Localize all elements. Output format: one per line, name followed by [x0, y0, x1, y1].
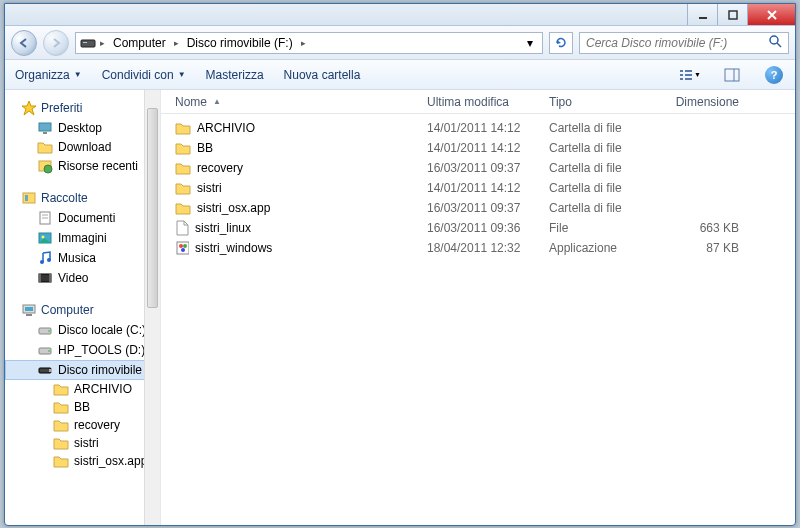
- sidebar-item[interactable]: Documenti: [5, 208, 160, 228]
- file-type: Cartella di file: [543, 161, 659, 175]
- file-row[interactable]: ARCHIVIO14/01/2011 14:12Cartella di file: [161, 118, 795, 138]
- svg-point-40: [179, 244, 183, 248]
- search-box[interactable]: [579, 32, 789, 54]
- maximize-button[interactable]: [717, 4, 747, 25]
- sidebar-subitem[interactable]: recovery: [5, 416, 160, 434]
- sidebar-item-label: Musica: [58, 251, 96, 265]
- svg-rect-28: [39, 274, 41, 282]
- sidebar-subitem[interactable]: ARCHIVIO: [5, 380, 160, 398]
- new-folder-label: Nuova cartella: [284, 68, 361, 82]
- address-dropdown-icon[interactable]: ▾: [522, 36, 538, 50]
- file-date: 14/01/2011 14:12: [421, 141, 543, 155]
- forward-button[interactable]: [43, 30, 69, 56]
- svg-point-26: [47, 258, 51, 262]
- sidebar-item[interactable]: HP_TOOLS (D:): [5, 340, 160, 360]
- drive-icon: [80, 35, 96, 51]
- share-menu[interactable]: Condividi con▼: [102, 68, 186, 82]
- file-type: Cartella di file: [543, 141, 659, 155]
- sidebar-item-label: ARCHIVIO: [74, 382, 132, 396]
- file-date: 18/04/2011 12:32: [421, 241, 543, 255]
- sidebar-item[interactable]: Risorse recenti: [5, 156, 160, 176]
- column-size[interactable]: Dimensione: [659, 95, 745, 109]
- file-name: BB: [197, 141, 213, 155]
- search-input[interactable]: [586, 36, 768, 50]
- sidebar-item-label: Download: [58, 140, 111, 154]
- chevron-right-icon: ▸: [100, 38, 105, 48]
- scrollbar-thumb[interactable]: [147, 108, 158, 308]
- sidebar-subitem[interactable]: sistri: [5, 434, 160, 452]
- sidebar-item[interactable]: Video: [5, 268, 160, 288]
- chevron-down-icon: ▼: [694, 71, 701, 78]
- close-button[interactable]: [747, 4, 795, 25]
- column-date[interactable]: Ultima modifica: [421, 95, 543, 109]
- svg-rect-1: [729, 11, 737, 19]
- breadcrumb-computer[interactable]: Computer: [109, 34, 170, 52]
- file-row[interactable]: sistri14/01/2011 14:12Cartella di file: [161, 178, 795, 198]
- file-size: 663 KB: [659, 221, 745, 235]
- file-row[interactable]: sistri_linux16/03/2011 09:36File663 KB: [161, 218, 795, 238]
- help-icon: ?: [765, 66, 783, 84]
- sidebar-item[interactable]: Disco locale (C:): [5, 320, 160, 340]
- column-date-label: Ultima modifica: [427, 95, 509, 109]
- svg-rect-9: [685, 74, 692, 76]
- svg-rect-6: [680, 70, 683, 72]
- sidebar-group-label: Raccolte: [41, 191, 88, 205]
- file-name: ARCHIVIO: [197, 121, 255, 135]
- sidebar-item[interactable]: Disco rimovibile (F:): [5, 360, 160, 380]
- sidebar-subitem[interactable]: sistri_osx.app: [5, 452, 160, 470]
- sort-asc-icon: ▲: [213, 97, 221, 106]
- breadcrumb-drive[interactable]: Disco rimovibile (F:): [183, 34, 297, 52]
- sidebar-group-computer[interactable]: Computer: [5, 300, 160, 320]
- file-row[interactable]: sistri_windows18/04/2011 12:32Applicazio…: [161, 238, 795, 258]
- burn-button[interactable]: Masterizza: [206, 68, 264, 82]
- svg-rect-15: [43, 132, 47, 134]
- column-name[interactable]: Nome▲: [169, 95, 421, 109]
- preview-pane-button[interactable]: [721, 64, 743, 86]
- sidebar-scrollbar[interactable]: [144, 90, 160, 525]
- file-date: 14/01/2011 14:12: [421, 181, 543, 195]
- back-button[interactable]: [11, 30, 37, 56]
- column-type[interactable]: Tipo: [543, 95, 659, 109]
- sidebar-item-label: sistri: [74, 436, 99, 450]
- file-type: Cartella di file: [543, 181, 659, 195]
- new-folder-button[interactable]: Nuova cartella: [284, 68, 361, 82]
- file-row[interactable]: sistri_osx.app16/03/2011 09:37Cartella d…: [161, 198, 795, 218]
- sidebar-subitem[interactable]: BB: [5, 398, 160, 416]
- file-row[interactable]: BB14/01/2011 14:12Cartella di file: [161, 138, 795, 158]
- svg-rect-31: [25, 307, 33, 311]
- address-bar[interactable]: ▸ Computer ▸ Disco rimovibile (F:) ▸ ▾: [75, 32, 543, 54]
- svg-rect-11: [685, 78, 692, 80]
- refresh-button[interactable]: [549, 32, 573, 54]
- sidebar-group-raccolte[interactable]: Raccolte: [5, 188, 160, 208]
- file-name: sistri_linux: [195, 221, 251, 235]
- column-type-label: Tipo: [549, 95, 572, 109]
- content-area: PreferitiDesktopDownloadRisorse recentiR…: [5, 90, 795, 525]
- file-date: 16/03/2011 09:37: [421, 201, 543, 215]
- sidebar-item-label: recovery: [74, 418, 120, 432]
- file-date: 16/03/2011 09:37: [421, 161, 543, 175]
- sidebar-item-label: BB: [74, 400, 90, 414]
- file-row[interactable]: recovery16/03/2011 09:37Cartella di file: [161, 158, 795, 178]
- svg-rect-3: [83, 42, 87, 43]
- sidebar-item-label: Immagini: [58, 231, 107, 245]
- help-button[interactable]: ?: [763, 64, 785, 86]
- organize-menu[interactable]: Organizza▼: [15, 68, 82, 82]
- sidebar-item[interactable]: Musica: [5, 248, 160, 268]
- view-options-button[interactable]: ▼: [679, 64, 701, 86]
- file-name: sistri_windows: [195, 241, 272, 255]
- minimize-button[interactable]: [687, 4, 717, 25]
- sidebar-item[interactable]: Desktop: [5, 118, 160, 138]
- file-type: Cartella di file: [543, 201, 659, 215]
- navigation-pane: PreferitiDesktopDownloadRisorse recentiR…: [5, 90, 161, 525]
- svg-point-42: [181, 248, 185, 252]
- sidebar-group-preferiti[interactable]: Preferiti: [5, 98, 160, 118]
- svg-rect-7: [685, 70, 692, 72]
- sidebar-item[interactable]: Immagini: [5, 228, 160, 248]
- svg-rect-8: [680, 74, 683, 76]
- sidebar-item-label: Desktop: [58, 121, 102, 135]
- file-rows: ARCHIVIO14/01/2011 14:12Cartella di file…: [161, 114, 795, 525]
- svg-point-25: [40, 260, 44, 264]
- svg-rect-2: [81, 40, 95, 47]
- sidebar-item[interactable]: Download: [5, 138, 160, 156]
- file-type: Applicazione: [543, 241, 659, 255]
